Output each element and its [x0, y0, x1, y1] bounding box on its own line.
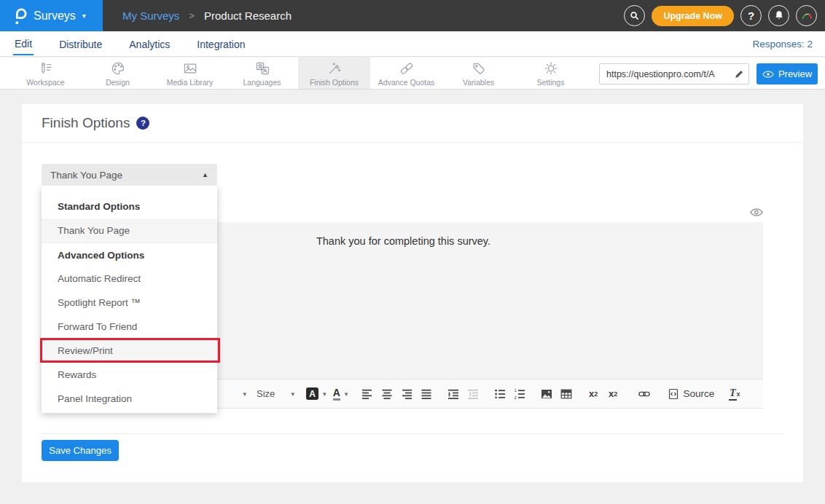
text-color-button[interactable]: A ▾: [331, 385, 351, 403]
justify-button[interactable]: [417, 385, 437, 403]
page-title: Finish Options: [42, 115, 130, 131]
ribbon-item-languages[interactable]: Languages: [226, 58, 298, 89]
breadcrumb-separator: >: [189, 10, 195, 21]
indent-button[interactable]: [444, 385, 464, 403]
script-group: x2 x2: [584, 385, 623, 403]
product-label: Surveys: [34, 9, 76, 23]
justify-icon: [421, 388, 432, 400]
source-doc-icon: [668, 388, 679, 400]
preview-button[interactable]: Preview: [756, 63, 818, 84]
product-switcher[interactable]: Surveys ▾: [0, 0, 103, 31]
menu-item-rewards[interactable]: Rewards: [42, 363, 217, 387]
insert-table-button[interactable]: [557, 385, 576, 403]
insert-link-button[interactable]: [635, 385, 654, 403]
top-bar: Surveys ▾ My Surveys > Product Research …: [0, 0, 825, 31]
indent-icon: [447, 388, 459, 400]
align-right-button[interactable]: [397, 385, 417, 403]
ribbon-items: Workspace Design Media Library: [9, 58, 587, 89]
help-button[interactable]: ?: [740, 5, 762, 26]
align-center-button[interactable]: [378, 385, 397, 403]
insert-group: [537, 385, 576, 403]
finish-options-menu: Standard Options Thank You Page Advanced…: [42, 186, 217, 413]
source-group: Source: [668, 385, 715, 403]
card-header: Finish Options ?: [22, 104, 803, 143]
eye-icon: [762, 71, 774, 78]
list-group: 12: [490, 385, 530, 403]
thank-you-message: Thank you for completing this survey.: [316, 235, 490, 247]
variables-tag-icon: [471, 60, 487, 76]
align-center-icon: [381, 388, 393, 400]
superscript-button[interactable]: x2: [603, 385, 623, 403]
ribbon-item-settings[interactable]: Settings: [515, 58, 587, 89]
clear-group: Tx: [724, 385, 744, 403]
link-chain-icon: [638, 388, 650, 400]
align-left-button[interactable]: [358, 385, 378, 403]
ribbon-item-advance-quotas[interactable]: Advance Quotas: [370, 58, 442, 89]
workspace-icon: [38, 60, 54, 76]
indent-group: [444, 385, 483, 403]
ribbon-item-design[interactable]: Design: [82, 58, 154, 89]
upgrade-now-button[interactable]: Upgrade Now: [652, 6, 734, 26]
link-group: [635, 385, 654, 403]
insert-image-button[interactable]: [537, 385, 557, 403]
chevron-down-icon: ▾: [291, 390, 294, 398]
tab-analytics[interactable]: Analytics: [128, 33, 171, 55]
survey-tabs: Edit Distribute Analytics Integration Re…: [0, 31, 825, 57]
ribbon-item-media-library[interactable]: Media Library: [154, 58, 226, 89]
account-score-button[interactable]: [796, 5, 817, 26]
menu-item-automatic-redirect[interactable]: Automatic Redirect: [42, 267, 217, 291]
finish-options-card: Finish Options ? Thank you for completin…: [22, 104, 803, 482]
title-help-icon[interactable]: ?: [136, 117, 149, 130]
selected-option: Thank You Page: [50, 170, 122, 181]
tab-edit[interactable]: Edit: [13, 32, 34, 55]
score-gauge-icon: [800, 9, 813, 23]
menu-item-panel-integration[interactable]: Panel Integration: [42, 387, 217, 411]
numbered-list-button[interactable]: 12: [510, 385, 530, 403]
tab-distribute[interactable]: Distribute: [58, 33, 103, 55]
search-button[interactable]: [624, 5, 645, 26]
menu-item-thank-you-page[interactable]: Thank You Page: [42, 218, 217, 243]
chevron-up-icon: ▲: [202, 171, 208, 178]
bell-icon: [774, 10, 784, 21]
menu-item-review-print[interactable]: Review/Print: [42, 339, 217, 363]
advance-quotas-chain-icon: [399, 60, 415, 76]
background-color-button[interactable]: A ▾: [306, 385, 327, 403]
languages-icon: [254, 60, 270, 76]
text-color-icon: A: [333, 387, 340, 401]
visibility-eye-icon[interactable]: [750, 208, 763, 217]
table-icon: [560, 388, 572, 400]
remove-format-button[interactable]: Tx: [724, 385, 744, 403]
background-color-icon: A: [306, 387, 318, 400]
source-button[interactable]: Source: [668, 385, 715, 403]
finish-options-wand-icon: [327, 60, 343, 76]
media-library-icon: [182, 60, 198, 76]
chevron-down-icon: ▾: [82, 12, 86, 20]
menu-item-forward-to-friend[interactable]: Forward To Friend: [42, 315, 217, 339]
questionpro-app: Surveys ▾ My Surveys > Product Research …: [0, 0, 825, 504]
subscript-button[interactable]: x2: [584, 385, 603, 403]
size-dropdown[interactable]: Size ▾: [257, 385, 294, 403]
align-left-icon: [361, 388, 373, 400]
svg-text:1: 1: [515, 388, 517, 393]
ribbon-item-workspace[interactable]: Workspace: [9, 58, 82, 89]
outdent-button[interactable]: [464, 385, 483, 403]
ribbon-item-finish-options[interactable]: Finish Options: [298, 58, 370, 89]
edit-url-pencil-icon[interactable]: [735, 69, 744, 79]
save-changes-button[interactable]: Save Changes: [42, 440, 119, 461]
notifications-button[interactable]: [768, 5, 789, 26]
survey-url-input[interactable]: [600, 64, 731, 84]
bullet-list-icon: [494, 388, 506, 400]
image-icon: [541, 388, 552, 400]
section-divider: [42, 433, 783, 434]
breadcrumb-my-surveys[interactable]: My Surveys: [122, 9, 179, 22]
bullet-list-button[interactable]: [490, 385, 510, 403]
responses-count[interactable]: Responses: 2: [752, 31, 813, 57]
ribbon-item-variables[interactable]: Variables: [442, 58, 515, 89]
edit-ribbon: Workspace Design Media Library: [0, 58, 825, 90]
search-icon: [629, 10, 640, 21]
numbered-list-icon: 12: [514, 388, 525, 400]
menu-item-spotlight-report[interactable]: Spotlight Report ™: [42, 291, 217, 315]
chevron-down-icon: ▾: [243, 390, 246, 398]
finish-option-select[interactable]: Thank You Page ▲: [42, 164, 217, 186]
tab-integration[interactable]: Integration: [195, 33, 246, 55]
